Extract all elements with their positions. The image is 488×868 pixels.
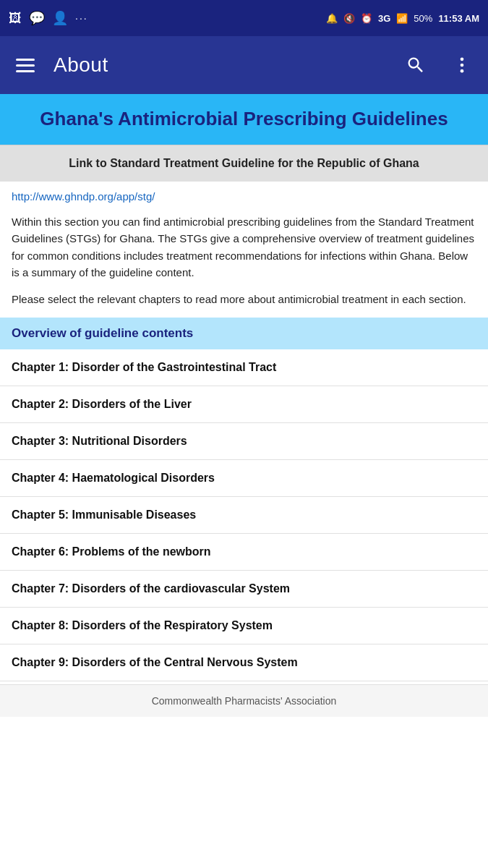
time-display: 11:53 AM — [438, 13, 479, 24]
link-section: http://www.ghndp.org/app/stg/ — [0, 182, 488, 206]
chapter-item[interactable]: Chapter 5: Immunisable Diseases — [0, 497, 488, 534]
app-bar: About — [0, 36, 488, 94]
status-bar: 🖼 💬 👤 ··· 🔔 🔇 ⏰ 3G 📶 50% 11:53 AM — [0, 0, 488, 36]
more-vertical-icon — [452, 55, 472, 75]
main-title-banner: Ghana's Antimicrobial Prescribing Guidel… — [0, 94, 488, 145]
chapter-item[interactable]: Chapter 8: Disorders of the Respiratory … — [0, 608, 488, 644]
chapter-item[interactable]: Chapter 9: Disorders of the Central Nerv… — [0, 644, 488, 681]
alarm-icon: 🔔 — [326, 13, 338, 24]
chapter-label-5: Chapter 5: Immunisable Diseases — [12, 509, 476, 522]
svg-point-0 — [461, 58, 464, 61]
body-paragraph-2: Please select the relevant chapters to r… — [12, 291, 476, 307]
page-title: About — [53, 54, 387, 77]
chapter-label-3: Chapter 3: Nutritional Disorders — [12, 435, 476, 448]
subtitle-text: Link to Standard Treatment Guideline for… — [14, 156, 474, 171]
footer-text: Commonwealth Pharmacists' Association — [12, 695, 476, 707]
chapter-label-8: Chapter 8: Disorders of the Respiratory … — [12, 619, 476, 632]
chapter-item[interactable]: Chapter 4: Haematological Disorders — [0, 460, 488, 497]
body-paragraph-1: Within this section you can find antimic… — [12, 213, 476, 281]
person-add-icon: 👤 — [52, 10, 68, 26]
chapter-label-6: Chapter 6: Problems of the newborn — [12, 545, 476, 558]
clock-icon: ⏰ — [361, 13, 372, 24]
mute-icon: 🔇 — [343, 13, 355, 24]
status-bar-left: 🖼 💬 👤 ··· — [9, 10, 88, 26]
battery-label: 50% — [414, 13, 432, 24]
chapter-label-1: Chapter 1: Disorder of the Gastrointesti… — [12, 361, 476, 374]
chapter-item[interactable]: Chapter 2: Disorders of the Liver — [0, 386, 488, 423]
main-title: Ghana's Antimicrobial Prescribing Guidel… — [14, 107, 474, 132]
chapter-label-7: Chapter 7: Disorders of the cardiovascul… — [12, 582, 476, 595]
hamburger-icon — [16, 59, 35, 72]
app-bar-actions — [401, 51, 476, 80]
hamburger-menu-button[interactable] — [12, 54, 39, 77]
chapter-label-9: Chapter 9: Disorders of the Central Nerv… — [12, 656, 476, 669]
more-icon: ··· — [75, 12, 88, 24]
subtitle-banner: Link to Standard Treatment Guideline for… — [0, 145, 488, 182]
chapter-item[interactable]: Chapter 3: Nutritional Disorders — [0, 423, 488, 460]
chapter-item[interactable]: Chapter 1: Disorder of the Gastrointesti… — [0, 349, 488, 386]
chapter-item[interactable]: Chapter 6: Problems of the newborn — [0, 534, 488, 571]
chapter-item[interactable]: Chapter 7: Disorders of the cardiovascul… — [0, 571, 488, 608]
image-icon: 🖼 — [9, 11, 22, 26]
network-label: 3G — [378, 13, 390, 24]
more-options-button[interactable] — [448, 51, 476, 80]
stg-link[interactable]: http://www.ghndp.org/app/stg/ — [12, 190, 155, 203]
whatsapp-icon: 💬 — [29, 10, 45, 26]
search-icon — [406, 55, 426, 75]
chapter-list: Chapter 1: Disorder of the Gastrointesti… — [0, 349, 488, 681]
svg-point-1 — [461, 64, 464, 67]
svg-point-2 — [461, 69, 464, 73]
content-area: Ghana's Antimicrobial Prescribing Guidel… — [0, 94, 488, 717]
signal-bars: 📶 — [396, 13, 408, 24]
status-bar-right: 🔔 🔇 ⏰ 3G 📶 50% 11:53 AM — [326, 13, 479, 24]
chapter-label-4: Chapter 4: Haematological Disorders — [12, 472, 476, 485]
overview-header-text: Overview of guideline contents — [12, 326, 476, 341]
search-button[interactable] — [401, 51, 430, 80]
body-text-section: Within this section you can find antimic… — [0, 206, 488, 318]
footer: Commonwealth Pharmacists' Association — [0, 684, 488, 717]
chapter-label-2: Chapter 2: Disorders of the Liver — [12, 398, 476, 411]
overview-header: Overview of guideline contents — [0, 318, 488, 349]
